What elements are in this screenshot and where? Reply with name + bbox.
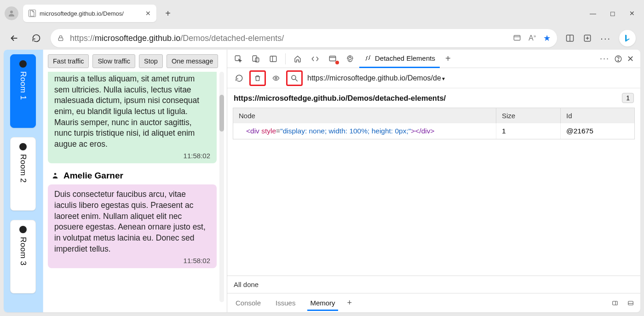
id-cell: @21675: [561, 123, 634, 139]
reveal-icon[interactable]: [268, 70, 284, 86]
back-button[interactable]: [6, 30, 22, 46]
devtools-right-controls: ··· ✕: [600, 54, 638, 64]
collect-garbage-icon[interactable]: [249, 70, 266, 86]
svg-point-14: [275, 77, 277, 79]
chat-message: Duis consectetur faucibus arcu, vitae ia…: [48, 184, 217, 268]
close-devtools-icon[interactable]: ✕: [627, 54, 634, 64]
page-view: Room 1 Room 2 Room 3 Fast traffic Slow t…: [4, 50, 227, 312]
add-tab-button[interactable]: +: [441, 52, 455, 66]
analyze-icon[interactable]: [286, 70, 303, 86]
split-screen-icon[interactable]: [565, 34, 575, 43]
refresh-detached-icon[interactable]: [231, 70, 247, 86]
scrollbar-thumb[interactable]: [219, 95, 224, 132]
window-controls: — ◻ ✕: [590, 10, 639, 17]
detached-elements-tab[interactable]: Detached Elements: [359, 50, 440, 68]
devtools-tabstrip: Detached Elements + ··· ✕: [227, 50, 640, 68]
more-icon[interactable]: ···: [600, 33, 611, 44]
col-node[interactable]: Node: [233, 108, 496, 123]
svg-rect-7: [253, 56, 257, 61]
presence-dot-icon: [19, 226, 27, 233]
memory-tab[interactable]: Memory: [307, 295, 338, 311]
read-aloud-icon[interactable]: A»: [529, 34, 536, 42]
svg-point-13: [618, 60, 619, 61]
devtools-bottom: All done Console Issues Memory +: [227, 276, 640, 312]
message-author: Amelie Garner: [51, 171, 217, 181]
status-text: All done: [227, 276, 640, 293]
issues-tab[interactable]: Issues: [273, 295, 298, 310]
inspect-element-icon[interactable]: [230, 52, 247, 66]
collections-icon[interactable]: [583, 34, 592, 43]
tab-label: Detached Elements: [375, 54, 435, 62]
welcome-tab-icon[interactable]: [289, 52, 306, 66]
detached-count: 1: [622, 93, 634, 103]
sources-tab-icon[interactable]: [342, 52, 358, 66]
close-window-icon[interactable]: ✕: [629, 10, 635, 17]
room-tab-1[interactable]: Room 1: [10, 54, 36, 128]
dock-side-icon[interactable]: [265, 52, 282, 66]
svg-rect-2: [514, 35, 520, 40]
svg-rect-1: [58, 38, 63, 40]
drawer-tabs: Console Issues Memory +: [227, 293, 640, 312]
console-tab[interactable]: Console: [233, 295, 264, 310]
detached-icon: [364, 54, 372, 62]
svg-rect-9: [270, 56, 276, 62]
chat-panel: Fast traffic Slow traffic Stop One messa…: [43, 50, 227, 312]
room-label: Room 1: [18, 71, 28, 100]
message-timestamp: 11:58:02: [184, 256, 210, 265]
new-tab-button[interactable]: +: [161, 6, 175, 20]
devtools-panel: Detached Elements + ··· ✕ http: [227, 50, 640, 312]
url-right-icons: A» ★: [513, 33, 551, 43]
add-drawer-tab-icon[interactable]: +: [347, 298, 352, 308]
profile-avatar[interactable]: [5, 6, 18, 20]
fast-traffic-button[interactable]: Fast traffic: [48, 54, 89, 68]
dock-drawer-icon[interactable]: [627, 300, 635, 306]
drawer-right-controls: [611, 300, 635, 306]
room-tab-3[interactable]: Room 3: [10, 220, 36, 293]
svg-point-0: [10, 11, 13, 13]
chat-message: mauris a tellus aliquam, sit amet rutrum…: [48, 72, 217, 163]
detached-toolbar: https://microsoftedge.github.io/Demos/de…: [227, 68, 640, 88]
favorite-star-icon[interactable]: ★: [543, 33, 551, 43]
svg-point-5: [54, 173, 57, 175]
maximize-icon[interactable]: ◻: [610, 10, 615, 17]
user-icon: [51, 171, 60, 180]
refresh-button[interactable]: [29, 30, 44, 46]
device-emulation-icon[interactable]: [247, 52, 264, 66]
app-install-icon[interactable]: [513, 34, 521, 42]
minimize-icon[interactable]: —: [590, 10, 596, 17]
tab-title: microsoftedge.github.io/Demos/: [40, 10, 142, 17]
close-tab-icon[interactable]: ✕: [145, 10, 151, 17]
size-cell: 1: [496, 123, 561, 139]
slow-traffic-button[interactable]: Slow traffic: [92, 54, 135, 68]
content-area: Room 1 Room 2 Room 3 Fast traffic Slow t…: [4, 50, 640, 312]
svg-rect-10: [329, 56, 336, 61]
svg-rect-16: [613, 301, 618, 305]
table-header: Node Size Id: [233, 108, 634, 123]
col-id[interactable]: Id: [561, 108, 634, 123]
expand-drawer-icon[interactable]: [611, 300, 619, 306]
message-text: mauris a tellus aliquam, sit amet rutrum…: [54, 74, 199, 149]
lock-icon: [57, 34, 64, 42]
iframe-selector[interactable]: https://microsoftedge.github.io/Demos/de…: [307, 74, 445, 82]
presence-dot-icon: [19, 143, 27, 150]
browser-tab[interactable]: microsoftedge.github.io/Demos/ ✕: [23, 5, 156, 22]
address-bar[interactable]: https://microsoftedge.github.io/Demos/de…: [51, 29, 557, 47]
help-icon[interactable]: [614, 55, 622, 63]
scrollbar-track[interactable]: [219, 72, 224, 302]
elements-tab-icon[interactable]: [307, 52, 323, 66]
file-icon: [29, 10, 36, 17]
one-message-button[interactable]: One message: [167, 54, 218, 68]
rooms-sidebar: Room 1 Room 2 Room 3: [4, 50, 43, 312]
more-tools-icon[interactable]: ···: [600, 54, 610, 63]
bing-copilot-icon[interactable]: [619, 30, 636, 46]
page-path: https://microsoftedge.github.io/Demos/de…: [234, 94, 446, 103]
chat-toolbar: Fast traffic Slow traffic Stop One messa…: [48, 54, 227, 72]
stop-button[interactable]: Stop: [139, 54, 163, 68]
page-header-row: https://microsoftedge.github.io/Demos/de…: [227, 88, 640, 108]
author-name: Amelie Garner: [63, 171, 123, 181]
url-text: https://microsoftedge.github.io/Demos/de…: [70, 34, 507, 43]
table-row[interactable]: <div style="display: none; width: 100%; …: [233, 123, 634, 139]
col-size[interactable]: Size: [496, 108, 561, 123]
application-tab-icon[interactable]: [324, 52, 341, 66]
room-tab-2[interactable]: Room 2: [10, 137, 36, 211]
